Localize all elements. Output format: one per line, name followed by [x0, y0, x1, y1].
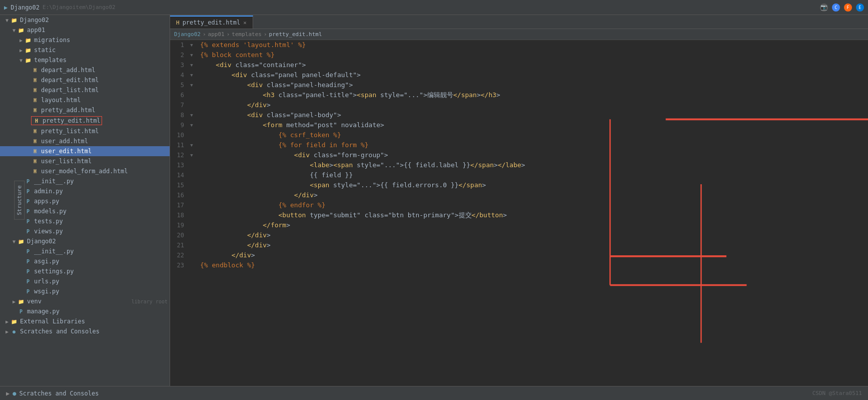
- code-line: <h3 class="panel-title"><span style="...…: [198, 90, 868, 100]
- tree-item-label: Django02: [20, 17, 168, 24]
- gutter-icon: [188, 170, 195, 180]
- tree-item-settings_django02[interactable]: P settings.py: [0, 266, 170, 276]
- tree-item-depart_edit[interactable]: H depart_edit.html: [0, 75, 170, 85]
- tree-item-django02-root[interactable]: ▼ 📁 Django02: [0, 15, 170, 25]
- line-number: 21: [174, 240, 184, 250]
- code-line: <div class="form-group">: [198, 150, 868, 160]
- tree-item-depart_add[interactable]: H depart_add.html: [0, 65, 170, 75]
- tree-item-label: depart_add.html: [41, 67, 168, 74]
- tree-item-views_app01[interactable]: P views.py: [0, 226, 170, 236]
- tree-item-external-libs[interactable]: ▶ 📁 External Libraries: [0, 316, 170, 326]
- structure-tab[interactable]: Structure: [14, 181, 25, 220]
- tree-item-user_model_form_add[interactable]: H user_model_form_add.html: [0, 166, 170, 176]
- camera-icon[interactable]: 📷: [820, 4, 828, 12]
- tree-item-label: apps.py: [34, 198, 168, 205]
- gutter-icon: ▼: [188, 40, 195, 50]
- file-icon: P: [24, 247, 32, 255]
- tree-item-label: External Libraries: [20, 318, 168, 325]
- tree-arrow: ▶: [4, 319, 10, 324]
- tree-item-user_list[interactable]: H user_list.html: [0, 156, 170, 166]
- tree-item-label: urls.py: [34, 278, 168, 285]
- tree-item-wsgi_django02[interactable]: P wsgi.py: [0, 286, 170, 296]
- editor-tabs: H pretty_edit.html ×: [170, 15, 868, 29]
- gutter-icon: [188, 220, 195, 230]
- tree-item-manage_py[interactable]: P manage.py: [0, 306, 170, 316]
- tree-item-user_add[interactable]: H user_add.html: [0, 136, 170, 146]
- code-line: </form>: [198, 220, 868, 230]
- gutter-icon: ▼: [188, 110, 195, 120]
- file-icon: P: [17, 307, 25, 315]
- line-number: 7: [174, 100, 184, 110]
- gutter-icon: [188, 240, 195, 250]
- breadcrumb-bar: Django02 › app01 › templates › pretty_ed…: [170, 29, 868, 40]
- breadcrumb-file: pretty_edit.html: [269, 31, 322, 38]
- tree-item-app01[interactable]: ▼ 📁 app01: [0, 25, 170, 35]
- gutter: ▼▼▼▼▼▼▼▼▼: [188, 40, 198, 386]
- line-number: 1: [174, 40, 184, 50]
- tree-item-label: static: [34, 47, 168, 54]
- tree-item-user_edit[interactable]: H user_edit.html: [0, 146, 170, 156]
- tree-item-depart_list[interactable]: H depart_list.html: [0, 85, 170, 95]
- file-icon: 📁: [17, 237, 25, 245]
- close-tab-icon[interactable]: ×: [243, 20, 247, 26]
- scratches-arrow: ▶: [6, 390, 10, 397]
- tree-item-templates[interactable]: ▼ 📁 templates: [0, 55, 170, 65]
- tree-item-tests_app01[interactable]: P tests.py: [0, 216, 170, 226]
- top-bar-left: ▶ Django02 E:\Djangoitem\Django02: [4, 4, 116, 11]
- code-line: <div class="panel-body">: [198, 110, 868, 120]
- tree-arrow: ▼: [18, 58, 24, 63]
- code-line: {% block content %}: [198, 50, 868, 60]
- tree-item-migrations[interactable]: ▶ 📁 migrations: [0, 35, 170, 45]
- file-icon: H: [31, 127, 39, 135]
- tree-item-label: user_list.html: [41, 158, 168, 165]
- tree-item-layout[interactable]: H layout.html: [0, 95, 170, 105]
- tree-item-django02-sub[interactable]: ▼ 📁 Django02: [0, 236, 170, 246]
- line-number: 8: [174, 110, 184, 120]
- code-line: <labe><span style="...">{{ field.label }…: [198, 160, 868, 170]
- gutter-icon: [188, 100, 195, 110]
- code-line: </div>: [198, 240, 868, 250]
- code-line: </div>: [198, 250, 868, 260]
- file-icon: P: [24, 217, 32, 225]
- tree-item-static[interactable]: ▶ 📁 static: [0, 45, 170, 55]
- tree-item-pretty_add[interactable]: H pretty_add.html: [0, 105, 170, 115]
- tree-item-apps_app01[interactable]: P apps.py: [0, 196, 170, 206]
- file-icon: H: [33, 117, 41, 125]
- tree-item-label: pretty_edit.html: [43, 117, 101, 124]
- file-icon: 📁: [24, 46, 32, 54]
- code-line: </div>: [198, 100, 868, 110]
- tree-item-asgi_django02[interactable]: P asgi.py: [0, 256, 170, 266]
- code-container[interactable]: 1234567891011121314151617181920212223 ▼▼…: [170, 40, 868, 386]
- file-icon: H: [31, 96, 39, 104]
- sidebar: ▼ 📁 Django02 ▼ 📁 app01 ▶ 📁 migrations ▶ …: [0, 15, 170, 386]
- scratches-and-consoles[interactable]: ▶ ● Scratches and Consoles CSDN @Stara05…: [0, 386, 868, 400]
- tree-item-label: depart_edit.html: [41, 77, 168, 84]
- tree-item-label: __init__.py: [34, 178, 168, 185]
- line-number: 14: [174, 170, 184, 180]
- tab-pretty-edit[interactable]: H pretty_edit.html ×: [170, 16, 253, 29]
- firefox-icon[interactable]: F: [844, 4, 852, 12]
- tree-item-admin_app01[interactable]: P admin.py: [0, 186, 170, 196]
- tree-item-label: migrations: [34, 37, 168, 44]
- code-line: <form method="post" novalidate>: [198, 120, 868, 130]
- tree-item-label: settings.py: [34, 268, 168, 275]
- tree-item-label: layout.html: [41, 97, 168, 104]
- file-icon: 📁: [17, 297, 25, 305]
- tree-arrow: ▶: [4, 329, 10, 334]
- tree-item-label: admin.py: [34, 188, 168, 195]
- tree-item-scratches[interactable]: ▶ ● Scratches and Consoles: [0, 326, 170, 336]
- tree-item-pretty_list[interactable]: H pretty_list.html: [0, 126, 170, 136]
- tree-item-pretty_edit[interactable]: H pretty_edit.html: [0, 115, 170, 126]
- file-icon: P: [24, 257, 32, 265]
- tree-item-init_django02[interactable]: P __init__.py: [0, 246, 170, 256]
- tree-item-label: user_add.html: [41, 138, 168, 145]
- line-number: 4: [174, 70, 184, 80]
- tree-item-init_app01[interactable]: P __init__.py: [0, 176, 170, 186]
- tree-item-venv[interactable]: ▶ 📁 venv library root: [0, 296, 170, 306]
- chrome-icon[interactable]: C: [832, 4, 840, 12]
- tree-item-models_app01[interactable]: P models.py: [0, 206, 170, 216]
- scratches-icon: ●: [13, 390, 16, 397]
- edge-icon[interactable]: E: [856, 4, 864, 12]
- code-line: <div class="panel panel-default">: [198, 70, 868, 80]
- tree-item-urls_django02[interactable]: P urls.py: [0, 276, 170, 286]
